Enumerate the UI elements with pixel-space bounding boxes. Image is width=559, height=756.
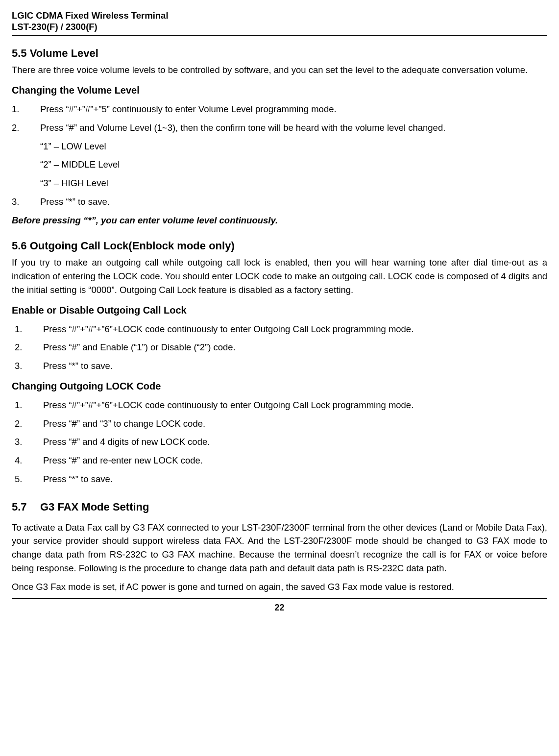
list-text: Press “#” and Volume Level (1~3), then t…: [40, 121, 445, 135]
enable-disable-list: 1.Press “#”+”#”+”6”+LOCK code continuous…: [15, 322, 547, 373]
section-5-7-heading-row: 5.7 G3 FAX Mode Setting: [12, 499, 547, 515]
page-number: 22: [12, 601, 547, 614]
list-item: 3.Press “*” to save.: [12, 195, 547, 209]
list-text: Press “#” and re-enter new LOCK code.: [43, 454, 203, 467]
list-item: 1.Press “#”+”#”+”6”+LOCK code continuous…: [15, 322, 547, 336]
list-text: Press “*” to save.: [43, 472, 113, 486]
list-item: 2.Press “#” and “3” to change LOCK code.: [15, 417, 547, 431]
list-number: 2.: [12, 121, 40, 135]
list-item: 2.Press “#” and Volume Level (1~3), then…: [12, 121, 547, 135]
header-rule: [12, 35, 547, 36]
volume-steps-list: 1.Press “#”+”#”+”5” continuously to ente…: [12, 102, 547, 135]
section-5-7-title: G3 FAX Mode Setting: [40, 499, 149, 515]
list-text: Press “#” and 4 digits of new LOCK code.: [43, 435, 210, 449]
list-number: 1.: [15, 322, 43, 336]
list-number: 5.: [15, 472, 43, 486]
volume-note: Before pressing “*”, you can enter volum…: [12, 214, 547, 227]
list-text: Press “*” to save.: [43, 359, 113, 373]
header-line-2: LST-230(F) / 2300(F): [12, 21, 547, 32]
list-item: 1.Press “#”+”#”+”5” continuously to ente…: [12, 102, 547, 116]
volume-level-option: “2” – MIDDLE Level: [40, 158, 547, 171]
section-5-5-title: 5.5 Volume Level: [12, 45, 547, 61]
section-5-6-intro: If you try to make an outgoing call whil…: [12, 256, 547, 296]
list-text: Press “*” to save.: [40, 195, 110, 209]
list-item: 3.Press “#” and 4 digits of new LOCK cod…: [15, 435, 547, 449]
header-line-1: LGIC CDMA Fixed Wireless Terminal: [12, 10, 547, 21]
list-item: 5.Press “*” to save.: [15, 472, 547, 486]
volume-level-option: “1” – LOW Level: [40, 140, 547, 153]
list-item: 4.Press “#” and re-enter new LOCK code.: [15, 454, 547, 467]
list-number: 3.: [15, 435, 43, 449]
section-5-6-sub-b: Changing Outgoing LOCK Code: [12, 379, 547, 393]
section-5-6-sub-a: Enable or Disable Outgoing Call Lock: [12, 303, 547, 317]
volume-steps-list-cont: 3.Press “*” to save.: [12, 195, 547, 209]
list-item: 2.Press “#” and Enable (“1”) or Disable …: [15, 341, 547, 354]
volume-level-option: “3” – HIGH Level: [40, 176, 547, 190]
section-5-7-para-2: Once G3 Fax mode is set, if AC power is …: [12, 580, 547, 594]
footer-rule: [12, 598, 547, 599]
list-number: 2.: [15, 341, 43, 354]
list-text: Press “#”+”#”+”5” continuously to enter …: [40, 102, 337, 116]
list-number: 4.: [15, 454, 43, 467]
list-number: 3.: [15, 359, 43, 373]
list-number: 1.: [12, 102, 40, 116]
list-item: 1.Press “#”+”#”+”6”+LOCK code continuous…: [15, 398, 547, 412]
list-number: 2.: [15, 417, 43, 431]
section-5-5-subheading: Changing the Volume Level: [12, 83, 547, 98]
section-5-7-number: 5.7: [12, 499, 40, 515]
list-item: 3.Press “*” to save.: [15, 359, 547, 373]
list-text: Press “#”+”#”+”6”+LOCK code continuously…: [43, 398, 413, 412]
list-text: Press “#” and Enable (“1”) or Disable (“…: [43, 341, 236, 354]
section-5-6-title: 5.6 Outgoing Call Lock(Enblock mode only…: [12, 238, 547, 254]
section-5-5-intro: There are three voice volume levels to b…: [12, 63, 547, 77]
list-text: Press “#” and “3” to change LOCK code.: [43, 417, 205, 431]
list-number: 3.: [12, 195, 40, 209]
list-number: 1.: [15, 398, 43, 412]
change-lock-list: 1.Press “#”+”#”+”6”+LOCK code continuous…: [15, 398, 547, 486]
section-5-7-para-1: To activate a Data Fax call by G3 FAX co…: [12, 521, 547, 575]
list-text: Press “#”+”#”+”6”+LOCK code continuously…: [43, 322, 413, 336]
